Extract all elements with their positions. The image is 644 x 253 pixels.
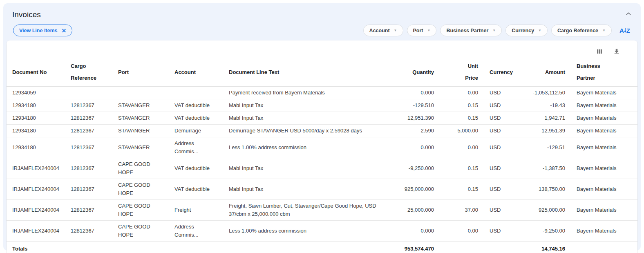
- cell: 925,000.00: [525, 200, 571, 221]
- table-row: IRJAMFLEX24000412812367CAPE GOOD HOPEVAT…: [7, 158, 637, 179]
- totals-label: Totals: [7, 242, 65, 253]
- cell: USD: [484, 158, 525, 179]
- cell: 25,000.000: [387, 200, 440, 221]
- cell: 0.000: [387, 87, 440, 99]
- cell: 12812367: [65, 125, 112, 137]
- cell: -129.510: [387, 99, 440, 112]
- cell: Bayern Materials: [571, 137, 637, 158]
- cell: Bayern Materials: [571, 158, 637, 179]
- cell: CAPE GOOD HOPE: [112, 200, 169, 221]
- sort-alphabetical-icon[interactable]: AZ: [619, 27, 630, 34]
- cell: Bayern Materials: [571, 179, 637, 200]
- cell: Address Commis...: [169, 221, 223, 242]
- filter-chip-currency[interactable]: Currency ▼: [505, 25, 548, 36]
- cell: Demurrage: [169, 125, 223, 137]
- cell: USD: [484, 179, 525, 200]
- cell: [65, 87, 112, 99]
- table-row: 1293418012812367STAVANGERDemurrageDemurr…: [7, 125, 637, 137]
- cell: STAVANGER: [112, 125, 169, 137]
- cell: USD: [484, 112, 525, 125]
- chevron-down-icon: ▼: [602, 29, 606, 32]
- invoices-panel: Invoices View Line Items ✕ Account ▼ Por…: [3, 3, 641, 251]
- col-amount: Amount: [525, 58, 571, 87]
- cell: Bayern Materials: [571, 99, 637, 112]
- filter-label: Currency: [512, 28, 534, 34]
- cell: 2.590: [387, 125, 440, 137]
- filter-chip-account[interactable]: Account ▼: [363, 25, 403, 36]
- cell: STAVANGER: [112, 137, 169, 158]
- totals-amount: 14,745.16: [525, 242, 571, 253]
- filter-label: Port: [413, 28, 423, 34]
- table-row: IRJAMFLEX24000412812367CAPE GOOD HOPEFre…: [7, 200, 637, 221]
- chevron-down-icon: ▼: [427, 29, 431, 32]
- cell: 37.00: [440, 200, 484, 221]
- cell: VAT deductible: [169, 99, 223, 112]
- cell: 12812367: [65, 137, 112, 158]
- cell: USD: [484, 200, 525, 221]
- view-line-items-chip[interactable]: View Line Items ✕: [13, 25, 72, 36]
- filter-chip-business-partner[interactable]: Business Partner ▼: [440, 25, 502, 36]
- cell: USD: [484, 137, 525, 158]
- toolbar-left: View Line Items ✕: [13, 25, 72, 36]
- filter-chip-cargo-reference[interactable]: Cargo Reference ▼: [551, 25, 612, 36]
- cell: [112, 87, 169, 99]
- col-document-line-text: Document Line Text: [223, 58, 387, 87]
- cell: -129.51: [525, 137, 571, 158]
- cell: Freight, Sawn Lumber, Cut, Stavanger/Cap…: [223, 200, 387, 221]
- cell: 0.000: [387, 137, 440, 158]
- cell: 12812367: [65, 112, 112, 125]
- col-port: Port: [112, 58, 169, 87]
- cell: Bayern Materials: [571, 125, 637, 137]
- cell: USD: [484, 221, 525, 242]
- table-footer: Totals 953,574.470 14,745.16: [7, 242, 637, 253]
- table-row: 1293418012812367STAVANGERVAT deductibleM…: [7, 112, 637, 125]
- invoices-table: Document No Cargo Reference Port Account…: [7, 58, 637, 253]
- table-row: 1293418012812367STAVANGERVAT deductibleM…: [7, 99, 637, 112]
- cell: -9,250.000: [387, 158, 440, 179]
- cell: IRJAMFLEX240004: [7, 158, 65, 179]
- close-icon[interactable]: ✕: [62, 28, 67, 34]
- col-cargo-reference: Cargo Reference: [65, 58, 112, 87]
- cell: 5,000.00: [440, 125, 484, 137]
- cell: VAT deductible: [169, 179, 223, 200]
- cell: Bayern Materials: [571, 112, 637, 125]
- cell: Bayern Materials: [571, 87, 637, 99]
- cell: STAVANGER: [112, 112, 169, 125]
- chevron-down-icon: ▼: [538, 29, 541, 32]
- cell: 0.15: [440, 99, 484, 112]
- col-quantity: Quantity: [387, 58, 440, 87]
- table-row: 12934059Payment received from Bayern Mat…: [7, 87, 637, 99]
- filter-label: Business Partner: [446, 28, 488, 34]
- cell: Less 1.00% address commission: [223, 221, 387, 242]
- toolbar-filters: Account ▼ Port ▼ Business Partner ▼ Curr…: [363, 25, 630, 36]
- cell: 12812367: [65, 221, 112, 242]
- filter-chip-port[interactable]: Port ▼: [407, 25, 437, 36]
- cell: -9,250.00: [525, 221, 571, 242]
- cell: CAPE GOOD HOPE: [112, 221, 169, 242]
- page-title: Invoices: [12, 10, 41, 20]
- cell: Mabl Input Tax: [223, 179, 387, 200]
- toolbar: View Line Items ✕ Account ▼ Port ▼ Busin…: [3, 20, 641, 36]
- totals-quantity: 953,574.470: [387, 242, 440, 253]
- col-unit-price: Unit Price: [440, 58, 484, 87]
- cell: 12812367: [65, 200, 112, 221]
- cell: 0.15: [440, 112, 484, 125]
- cell: 925,000.000: [387, 179, 440, 200]
- filter-label: Cargo Reference: [557, 28, 598, 34]
- cell: CAPE GOOD HOPE: [112, 179, 169, 200]
- cell: 12934180: [7, 99, 65, 112]
- totals-row: Totals 953,574.470 14,745.16: [7, 242, 637, 253]
- cell: 12934180: [7, 137, 65, 158]
- filter-label: Account: [369, 28, 390, 34]
- cell: Mabl Input Tax: [223, 158, 387, 179]
- cell: 12,951.39: [525, 125, 571, 137]
- cell: Less 1.00% address commission: [223, 137, 387, 158]
- invoices-table-card: Document No Cargo Reference Port Account…: [7, 40, 637, 253]
- col-business-partner: Business Partner: [571, 58, 637, 87]
- cell: VAT deductible: [169, 112, 223, 125]
- column-settings-icon[interactable]: [596, 48, 603, 55]
- chevron-up-icon[interactable]: [624, 10, 633, 18]
- download-icon[interactable]: [613, 48, 620, 55]
- cell: Bayern Materials: [571, 200, 637, 221]
- cell: IRJAMFLEX240004: [7, 200, 65, 221]
